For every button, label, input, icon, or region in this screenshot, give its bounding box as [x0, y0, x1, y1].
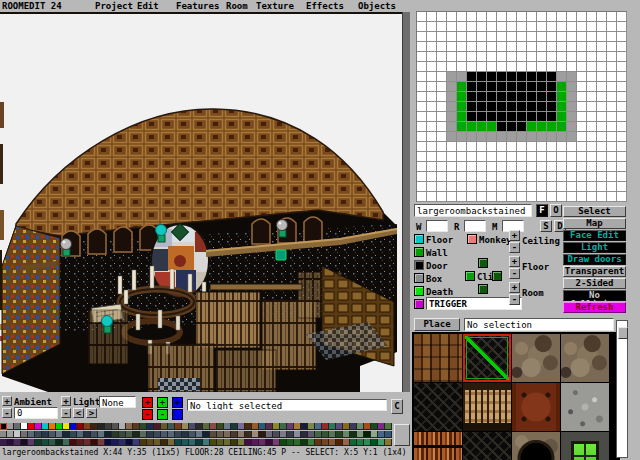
- map-cell[interactable]: [427, 42, 437, 52]
- map-cell[interactable]: [547, 102, 557, 112]
- palette-swatch[interactable]: [98, 439, 105, 446]
- map-cell[interactable]: [477, 32, 487, 42]
- map-cell[interactable]: [587, 112, 597, 122]
- palette-swatch[interactable]: [175, 431, 182, 438]
- map-cell[interactable]: [437, 92, 447, 102]
- menu-item-project[interactable]: Project: [95, 1, 133, 11]
- palette-swatch[interactable]: [42, 431, 49, 438]
- palette-swatch[interactable]: [385, 431, 392, 438]
- map-cell[interactable]: [567, 112, 577, 122]
- palette-swatch[interactable]: [371, 431, 378, 438]
- map-cell[interactable]: [507, 82, 517, 92]
- palette-swatch[interactable]: [273, 439, 280, 446]
- map-cell[interactable]: [617, 42, 627, 52]
- palette-swatch[interactable]: [287, 423, 294, 430]
- palette-swatch[interactable]: [343, 423, 350, 430]
- map-cell[interactable]: [597, 172, 607, 182]
- palette-swatch[interactable]: [329, 439, 336, 446]
- draw-doors-button[interactable]: Draw doors: [563, 254, 626, 265]
- map-cell[interactable]: [437, 102, 447, 112]
- palette-swatch[interactable]: [364, 439, 371, 446]
- map-cell[interactable]: [617, 62, 627, 72]
- map-cell[interactable]: [527, 72, 537, 82]
- palette-swatch[interactable]: [112, 431, 119, 438]
- map-cell[interactable]: [557, 122, 567, 132]
- map-cell[interactable]: [487, 152, 497, 162]
- map-cell[interactable]: [487, 62, 497, 72]
- floor-zone-checkbox[interactable]: [414, 234, 424, 244]
- palette-swatch[interactable]: [294, 431, 301, 438]
- map-cell[interactable]: [617, 192, 627, 202]
- map-cell[interactable]: [577, 52, 587, 62]
- map-cell[interactable]: [547, 192, 557, 202]
- palette-swatch[interactable]: [168, 423, 175, 430]
- map-cell[interactable]: [597, 152, 607, 162]
- palette-swatch[interactable]: [231, 439, 238, 446]
- map-cell[interactable]: [497, 122, 507, 132]
- palette-swatch[interactable]: [112, 439, 119, 446]
- map-cell[interactable]: [427, 112, 437, 122]
- ceiling-down-button[interactable]: -: [509, 242, 520, 253]
- palette-swatch[interactable]: [112, 423, 119, 430]
- map-cell[interactable]: [607, 32, 617, 42]
- map-cell[interactable]: [617, 132, 627, 142]
- palette-swatch[interactable]: [294, 423, 301, 430]
- map-cell[interactable]: [537, 192, 547, 202]
- map-cell[interactable]: [567, 82, 577, 92]
- map-cell[interactable]: [507, 132, 517, 142]
- map-cell[interactable]: [577, 172, 587, 182]
- map-cell[interactable]: [487, 102, 497, 112]
- palette-swatch[interactable]: [301, 439, 308, 446]
- map-cell[interactable]: [497, 32, 507, 42]
- palette-swatch[interactable]: [259, 431, 266, 438]
- map-cell[interactable]: [497, 72, 507, 82]
- palette-swatch[interactable]: [119, 423, 126, 430]
- map-cell[interactable]: [577, 192, 587, 202]
- refresh-button[interactable]: Refresh: [563, 302, 626, 313]
- palette-swatch[interactable]: [287, 439, 294, 446]
- map-cell[interactable]: [537, 112, 547, 122]
- map-cell[interactable]: [607, 162, 617, 172]
- palette-swatch[interactable]: [77, 423, 84, 430]
- map-cell[interactable]: [477, 92, 487, 102]
- map-cell[interactable]: [567, 62, 577, 72]
- floor-down-button[interactable]: -: [509, 268, 520, 279]
- map-cell[interactable]: [587, 192, 597, 202]
- palette-swatch[interactable]: [350, 431, 357, 438]
- r-input[interactable]: [464, 220, 486, 232]
- map-cell[interactable]: [437, 132, 447, 142]
- no-collision-button[interactable]: No Collision: [563, 290, 626, 301]
- map-cell[interactable]: [477, 192, 487, 202]
- map-cell[interactable]: [517, 82, 527, 92]
- map-cell[interactable]: [587, 172, 597, 182]
- palette-swatch[interactable]: [140, 431, 147, 438]
- map-cell[interactable]: [557, 172, 567, 182]
- map-cell[interactable]: [457, 22, 467, 32]
- room-down-button[interactable]: -: [509, 294, 520, 305]
- palette-swatch[interactable]: [28, 423, 35, 430]
- palette-swatch[interactable]: [63, 439, 70, 446]
- map-cell[interactable]: [597, 42, 607, 52]
- map-cell[interactable]: [457, 92, 467, 102]
- map-cell[interactable]: [417, 82, 427, 92]
- map-cell[interactable]: [527, 82, 537, 92]
- palette-swatch[interactable]: [315, 439, 322, 446]
- ambient-up-button[interactable]: +: [2, 396, 12, 406]
- menu-item-effects[interactable]: Effects: [306, 1, 344, 11]
- map-cell[interactable]: [417, 62, 427, 72]
- map-cell[interactable]: [437, 112, 447, 122]
- palette-swatch[interactable]: [154, 423, 161, 430]
- map-cell[interactable]: [497, 62, 507, 72]
- palette-swatch[interactable]: [273, 423, 280, 430]
- map-cell[interactable]: [547, 152, 557, 162]
- map-cell[interactable]: [457, 182, 467, 192]
- menu-item-features[interactable]: Features: [176, 1, 219, 11]
- palette-swatch[interactable]: [84, 423, 91, 430]
- palette-swatch[interactable]: [77, 439, 84, 446]
- map-cell[interactable]: [457, 152, 467, 162]
- map-cell[interactable]: [467, 32, 477, 42]
- map-cell[interactable]: [417, 72, 427, 82]
- map-cell[interactable]: [497, 92, 507, 102]
- map-cell[interactable]: [567, 122, 577, 132]
- map-cell[interactable]: [427, 162, 437, 172]
